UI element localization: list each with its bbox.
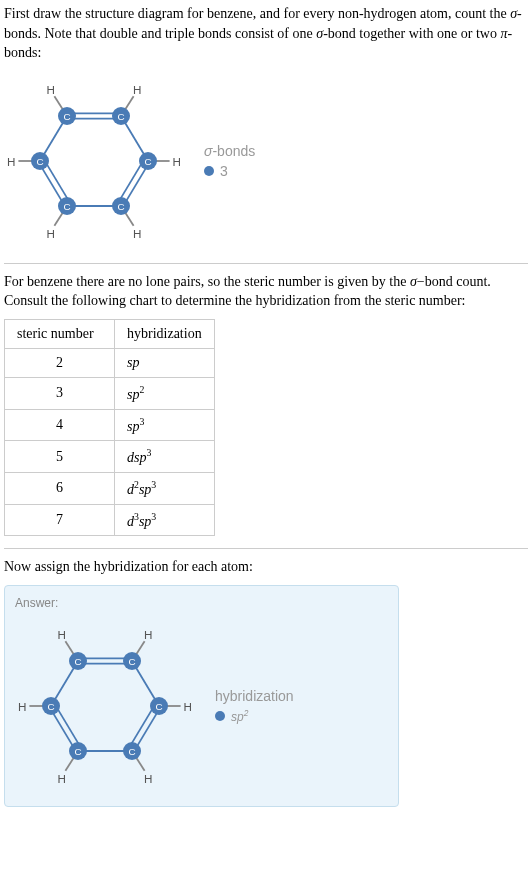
sigma-bonds-legend: σ-bonds 3 bbox=[204, 143, 255, 179]
benzene-structure-answer: C C C C C C H H H H H H bbox=[15, 616, 195, 796]
svg-text:H: H bbox=[18, 699, 26, 712]
table-row: 3 sp2 bbox=[5, 377, 215, 409]
legend-dot-icon bbox=[215, 711, 225, 721]
divider bbox=[4, 548, 528, 549]
hybridization-legend: hybridization sp2 bbox=[215, 688, 294, 724]
svg-text:H: H bbox=[58, 627, 66, 640]
hybridization-value: sp2 bbox=[231, 708, 248, 724]
svg-text:H: H bbox=[47, 82, 55, 95]
svg-text:C: C bbox=[63, 200, 70, 211]
benzene-structure-sigma: C C C C C C H H H H H H bbox=[4, 71, 184, 251]
table-row: 5 dsp3 bbox=[5, 441, 215, 473]
table-row: 4 sp3 bbox=[5, 409, 215, 441]
svg-text:H: H bbox=[58, 771, 66, 784]
svg-text:C: C bbox=[63, 110, 70, 121]
svg-text:H: H bbox=[133, 82, 141, 95]
sigma-diagram-row: C C C C C C H H H H H H σ-bonds 3 bbox=[4, 71, 528, 251]
svg-text:C: C bbox=[155, 700, 162, 711]
assign-paragraph: Now assign the hybridization for each at… bbox=[4, 557, 528, 577]
svg-text:H: H bbox=[173, 154, 181, 167]
svg-text:C: C bbox=[74, 655, 81, 666]
svg-text:C: C bbox=[36, 155, 43, 166]
svg-text:C: C bbox=[128, 655, 135, 666]
svg-text:H: H bbox=[7, 154, 15, 167]
table-row: 2 sp bbox=[5, 348, 215, 377]
svg-text:H: H bbox=[133, 226, 141, 239]
table-row: 6 d2sp3 bbox=[5, 472, 215, 504]
svg-text:C: C bbox=[128, 745, 135, 756]
svg-text:H: H bbox=[144, 771, 152, 784]
col-steric: steric number bbox=[5, 319, 115, 348]
svg-text:H: H bbox=[184, 699, 192, 712]
svg-text:C: C bbox=[117, 110, 124, 121]
svg-text:H: H bbox=[144, 627, 152, 640]
table-row: 7 d3sp3 bbox=[5, 504, 215, 536]
svg-text:C: C bbox=[74, 745, 81, 756]
divider bbox=[4, 263, 528, 264]
table-header-row: steric number hybridization bbox=[5, 319, 215, 348]
answer-label: Answer: bbox=[15, 596, 388, 610]
sigma-count: 3 bbox=[220, 163, 228, 179]
intro-paragraph: First draw the structure diagram for ben… bbox=[4, 4, 528, 63]
legend-dot-icon bbox=[204, 166, 214, 176]
svg-text:C: C bbox=[117, 200, 124, 211]
svg-text:C: C bbox=[47, 700, 54, 711]
steric-paragraph: For benzene there are no lone pairs, so … bbox=[4, 272, 528, 311]
hybridization-table: steric number hybridization 2 sp 3 sp2 4… bbox=[4, 319, 215, 536]
col-hybridization: hybridization bbox=[115, 319, 215, 348]
svg-text:H: H bbox=[47, 226, 55, 239]
svg-text:C: C bbox=[144, 155, 151, 166]
answer-box: Answer: bbox=[4, 585, 399, 807]
